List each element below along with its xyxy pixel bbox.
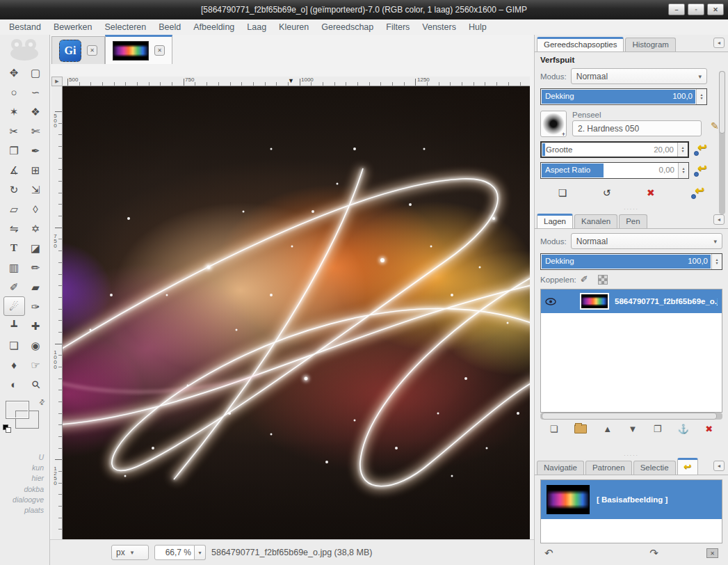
close-tab-icon[interactable]: ✕ <box>154 45 165 56</box>
tool-perspective-button[interactable]: ◊ <box>25 199 47 218</box>
tab-histogram[interactable]: Histogram <box>625 38 675 51</box>
tool-eraser-button[interactable]: ▰ <box>25 277 47 296</box>
collapse-dock-button[interactable]: ◂ <box>713 38 725 48</box>
tool-text-button[interactable]: T <box>3 238 25 257</box>
menu-filters[interactable]: Filters <box>380 21 416 33</box>
tab-gereedschapsopties[interactable]: Gereedschapsopties <box>537 37 624 51</box>
menu-vensters[interactable]: Vensters <box>416 21 462 33</box>
restore-tool-preset-icon[interactable]: ↺ <box>603 187 611 198</box>
layer-row-selected[interactable]: 5864790771_f2bf65b69e_o.jpg <box>541 289 722 313</box>
zoom-dropdown-button[interactable]: ▾ <box>195 545 206 560</box>
tool-heal-button[interactable]: ✚ <box>25 316 47 335</box>
tool-paintbrush-button[interactable]: ✐ <box>3 277 25 296</box>
layer-list-scrollbar[interactable] <box>540 413 722 420</box>
tool-pencil-button[interactable]: ✏ <box>25 257 47 277</box>
collapse-dock-button[interactable]: ◂ <box>713 461 725 471</box>
redo-icon[interactable]: ↷ <box>649 547 658 559</box>
raise-layer-icon[interactable]: ▲ <box>603 424 612 434</box>
tool-paths-button[interactable]: ✒ <box>25 141 47 160</box>
tool-bucket-fill-button[interactable]: ◪ <box>25 238 47 257</box>
menu-kleuren[interactable]: Kleuren <box>273 21 315 33</box>
unit-select[interactable]: px ▾ <box>111 545 149 560</box>
horizontal-ruler[interactable]: 500 750 1000 1250 ▼ <box>63 77 530 86</box>
tool-rotate-button[interactable]: ↻ <box>3 180 25 199</box>
clear-history-icon[interactable]: ✕ <box>706 548 718 558</box>
tool-move-button[interactable]: ✥ <box>3 63 25 82</box>
delete-layer-icon[interactable]: ✖ <box>705 424 713 434</box>
tool-scissors-select-button[interactable]: ✂ <box>3 121 25 141</box>
lock-paint-icon[interactable]: ✐ <box>581 274 588 285</box>
tool-rectangle-select-button[interactable]: ▢ <box>25 63 47 82</box>
tab-undo-history[interactable]: ↩ <box>677 458 699 475</box>
tool-foreground-select-button[interactable]: ✄ <box>25 121 47 141</box>
tool-scale-button[interactable]: ⇲ <box>25 180 47 199</box>
tool-flip-button[interactable]: ⇋ <box>3 218 25 238</box>
tool-clone-button[interactable]: ┻ <box>3 316 25 335</box>
tool-shear-button[interactable]: ▱ <box>3 199 25 218</box>
image-tab-gimp-file[interactable]: Gi ✕ <box>51 36 105 64</box>
ruler-corner-button[interactable]: ▶ <box>51 77 63 86</box>
tool-free-select-button[interactable]: ∽ <box>25 82 47 102</box>
tool-airbrush-button[interactable]: ☄ <box>3 296 25 316</box>
menu-afbeelding[interactable]: Afbeelding <box>187 21 241 33</box>
layer-opacity-slider[interactable]: Dekking 100,0 ▴▾ <box>540 253 722 270</box>
foreground-color-swatch[interactable] <box>6 401 29 419</box>
tab-lagen[interactable]: Lagen <box>537 214 573 228</box>
spin-buttons[interactable]: ▴▾ <box>677 143 688 157</box>
tool-color-picker-button[interactable]: ◉ <box>25 335 47 355</box>
tab-navigatie[interactable]: Navigatie <box>537 461 584 475</box>
tool-perspective-clone-button[interactable]: ❏ <box>3 335 25 355</box>
tab-pen[interactable]: Pen <box>619 214 647 228</box>
paint-mode-select[interactable]: Normaal ▾ <box>571 68 707 84</box>
tool-blur-sharpen-button[interactable]: ♦ <box>3 355 25 374</box>
minimize-button[interactable]: – <box>668 3 685 15</box>
menu-laag[interactable]: Laag <box>241 21 273 33</box>
tab-selectie[interactable]: Selectie <box>633 461 676 475</box>
brush-size-slider[interactable]: Grootte 20,00 ▴▾ <box>540 141 689 158</box>
reset-tool-options-button[interactable]: ↩ <box>690 186 704 200</box>
tab-patronen[interactable]: Patronen <box>585 461 632 475</box>
layer-visibility-eye-icon[interactable] <box>545 298 556 305</box>
new-layer-group-icon[interactable] <box>574 424 587 433</box>
brush-name-entry[interactable]: 2. Hardness 050 <box>572 120 702 136</box>
menu-beeld[interactable]: Beeld <box>152 21 187 33</box>
tool-gradient-button[interactable]: ▥ <box>3 257 25 277</box>
history-item-selected[interactable]: [ Basisafbeelding ] <box>541 480 722 519</box>
layer-mode-select[interactable]: Normaal ▾ <box>571 233 722 249</box>
save-tool-preset-icon[interactable]: ❏ <box>558 187 567 198</box>
menu-gereedschap[interactable]: Gereedschap <box>315 21 380 33</box>
image-canvas[interactable] <box>63 86 530 539</box>
new-layer-icon[interactable]: ❏ <box>550 424 558 434</box>
tool-dodge-burn-button[interactable]: ◐ <box>3 374 25 394</box>
opacity-slider[interactable]: Dekking 100,0 ▴▾ <box>540 88 707 105</box>
tool-crop-button[interactable]: ❐ <box>3 141 25 160</box>
menu-bewerken[interactable]: Bewerken <box>47 21 99 33</box>
spin-buttons[interactable]: ▴▾ <box>711 254 722 269</box>
undo-icon[interactable]: ↶ <box>544 547 553 559</box>
lower-layer-icon[interactable]: ▼ <box>628 424 637 434</box>
zoom-level-input[interactable]: 66,7 % <box>154 545 195 560</box>
reset-size-button[interactable]: ↩ <box>693 143 707 157</box>
tool-ellipse-select-button[interactable]: ○ <box>3 82 25 102</box>
anchor-layer-icon[interactable]: ⚓ <box>678 424 689 434</box>
aspect-ratio-slider[interactable]: Aspect Ratio 0,00 ▴▾ <box>540 162 689 179</box>
lock-alpha-icon[interactable] <box>598 275 608 285</box>
tool-select-by-color-button[interactable]: ❖ <box>25 102 47 121</box>
reset-aspect-button[interactable]: ↩ <box>693 164 707 177</box>
tool-options-scrollbar[interactable] <box>719 71 725 214</box>
menu-hulp[interactable]: Hulp <box>462 21 493 33</box>
image-tab-current[interactable]: ✕ <box>105 35 172 64</box>
tab-kanalen[interactable]: Kanalen <box>574 214 617 228</box>
tool-smudge-button[interactable]: ☞ <box>25 355 47 374</box>
titlebar[interactable]: [5864790771_f2bf65b69e_o] (geïmporteerd)… <box>0 0 728 19</box>
close-tab-icon[interactable]: ✕ <box>87 45 97 56</box>
swap-colors-icon[interactable]: ⇄ <box>37 397 47 407</box>
duplicate-layer-icon[interactable]: ❐ <box>654 424 662 434</box>
close-button[interactable]: ✕ <box>707 3 724 15</box>
tool-measure-button[interactable]: ∡ <box>3 160 25 180</box>
menu-bestand[interactable]: Bestand <box>3 21 47 33</box>
tool-align-button[interactable]: ⊞ <box>25 160 47 180</box>
dock-separator-grip[interactable]: ····· <box>535 452 728 458</box>
spin-buttons[interactable]: ▴▾ <box>696 89 706 104</box>
tool-fuzzy-select-button[interactable]: ✶ <box>3 102 25 121</box>
